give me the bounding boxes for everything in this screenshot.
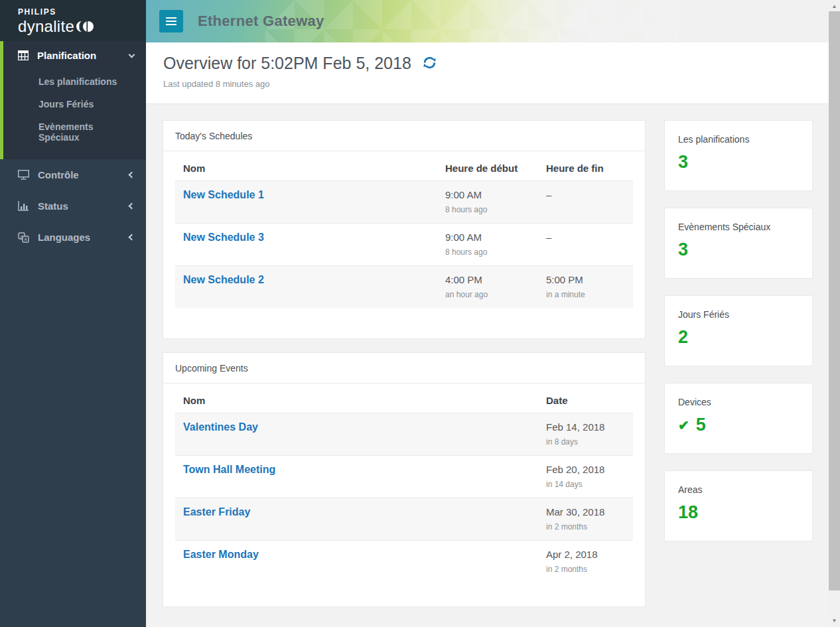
svg-text:A: A [24,237,27,242]
stat-value: 3 [678,240,799,260]
table-row: Easter Monday Apr 2, 2018 in 2 months [175,541,633,583]
stat-card-evenements-speciaux: Evènements Spéciaux 3 [664,208,813,279]
sidebar-item-label: Status [38,200,68,212]
check-icon: ✔ [678,417,689,433]
stat-card-devices: Devices ✔ 5 [664,383,813,454]
stat-label: Les planifications [678,134,799,145]
stat-value: 3 [678,152,799,173]
app-header: Ethernet Gateway [146,0,829,42]
sidebar: PHILIPS dynalite [0,0,146,627]
stat-card-areas: Areas 18 [664,470,813,541]
stat-label: Jours Fériés [678,309,799,320]
column-header-nom: Nom [175,151,437,181]
table-row: New Schedule 1 9:00 AM 8 hours ago – [175,181,633,224]
chevron-left-icon [129,172,135,178]
sidebar-item-planification[interactable]: Planification [3,41,146,69]
start-time: 9:00 AM [445,232,538,243]
refresh-icon [422,55,437,72]
stat-value: 18 [678,502,799,523]
event-date-relative: in 14 days [546,480,633,489]
svg-text:a: a [21,234,23,238]
sidebar-item-controle[interactable]: Contrôle [0,159,146,190]
stat-value: 5 [696,415,706,435]
event-date: Mar 30, 2018 [546,506,633,518]
planification-submenu: Les planifications Jours Fériés Evènemen… [3,69,146,159]
sidebar-item-evenements-speciaux[interactable]: Evènements Spéciaux [3,115,146,149]
todays-schedules-card: Today's Schedules Nom Heure de début Heu… [163,120,646,339]
sidebar-item-languages[interactable]: A a Languages [0,222,146,253]
scrollbar-thumb[interactable] [829,11,840,591]
event-link[interactable]: Town Hall Meeting [183,464,275,475]
event-link[interactable]: Valentines Day [183,421,258,433]
stat-label: Areas [678,484,799,495]
sidebar-item-jours-feries[interactable]: Jours Fériés [3,93,146,115]
last-updated-text: Last updated 8 minutes ago [163,79,829,89]
scrollbar-up-arrow-icon[interactable]: ▲ [829,3,840,9]
dynalite-logo-icon [76,21,94,35]
stat-label: Evènements Spéciaux [678,222,799,232]
main-content: Today's Schedules Nom Heure de début Heu… [146,104,829,627]
start-time: 9:00 AM [445,189,538,200]
monitor-icon [18,170,29,180]
stat-card-jours-feries: Jours Fériés 2 [664,295,813,366]
start-time: 4:00 PM [445,274,538,285]
event-link[interactable]: Easter Monday [183,549,259,560]
schedule-link[interactable]: New Schedule 1 [183,189,264,200]
schedule-link[interactable]: New Schedule 3 [183,232,264,243]
chevron-left-icon [129,203,135,210]
end-time: – [546,189,633,200]
table-row: Valentines Day Feb 14, 2018 in 8 days [175,413,633,456]
schedules-table: Nom Heure de début Heure de fin New Sche… [175,151,633,308]
column-header-date: Date [538,383,633,413]
stat-value: 2 [678,327,799,348]
sidebar-group-planification: Planification Les planifications Jours F… [0,41,146,159]
hamburger-menu-button[interactable] [159,10,183,33]
start-time-relative: an hour ago [445,290,538,299]
events-table: Nom Date Valentines Day Feb 14, 2018 in … [175,383,633,583]
page-title: Overview for 5:02PM Feb 5, 2018 [163,54,411,73]
chevron-left-icon [129,234,135,241]
event-date: Apr 2, 2018 [546,549,633,560]
grid-icon [18,50,29,61]
bar-chart-icon [18,201,29,212]
event-date-relative: in 2 months [546,565,633,574]
column-header-nom: Nom [175,383,538,413]
vertical-scrollbar[interactable]: ▲ ▼ [829,0,840,627]
column-header-end: Heure de fin [538,151,633,181]
card-title: Upcoming Events [163,353,645,383]
brand-logo: PHILIPS dynalite [0,0,146,41]
sidebar-item-label: Contrôle [38,169,79,180]
app-title: Ethernet Gateway [198,13,324,30]
table-row: New Schedule 3 9:00 AM 8 hours ago – [175,224,633,266]
event-link[interactable]: Easter Friday [183,506,250,518]
event-date-relative: in 8 days [546,437,633,447]
table-header-row: Nom Date [175,383,633,413]
event-date: Feb 20, 2018 [546,464,633,475]
end-time: – [546,232,633,243]
column-header-start: Heure de début [437,151,538,181]
refresh-button[interactable] [422,55,437,72]
language-icon: A a [18,232,29,243]
end-time-relative: in a minute [546,290,633,299]
brand-dynalite-wordmark: dynalite [18,17,74,36]
table-header-row: Nom Heure de début Heure de fin [175,151,633,181]
event-date: Feb 14, 2018 [546,421,633,433]
sidebar-item-les-planifications[interactable]: Les planifications [3,70,146,93]
sidebar-item-label: Planification [37,50,96,61]
stat-card-les-planifications: Les planifications 3 [664,120,813,191]
event-date-relative: in 2 months [546,522,633,531]
table-row: Easter Friday Mar 30, 2018 in 2 months [175,498,633,541]
schedule-link[interactable]: New Schedule 2 [183,274,264,285]
chevron-down-icon [129,52,135,58]
sidebar-item-status[interactable]: Status [0,190,146,222]
brand-philips-wordmark: PHILIPS [18,7,146,17]
end-time: 5:00 PM [546,274,633,285]
stat-label: Devices [678,397,799,407]
start-time-relative: 8 hours ago [445,205,538,214]
table-row: Town Hall Meeting Feb 20, 2018 in 14 day… [175,456,633,498]
overview-header: Overview for 5:02PM Feb 5, 2018 Last upd… [146,42,829,104]
upcoming-events-card: Upcoming Events Nom Date Valentines Day … [163,352,646,607]
sidebar-item-label: Languages [38,232,90,243]
card-title: Today's Schedules [163,121,645,151]
scrollbar-down-arrow-icon[interactable]: ▼ [829,618,840,624]
